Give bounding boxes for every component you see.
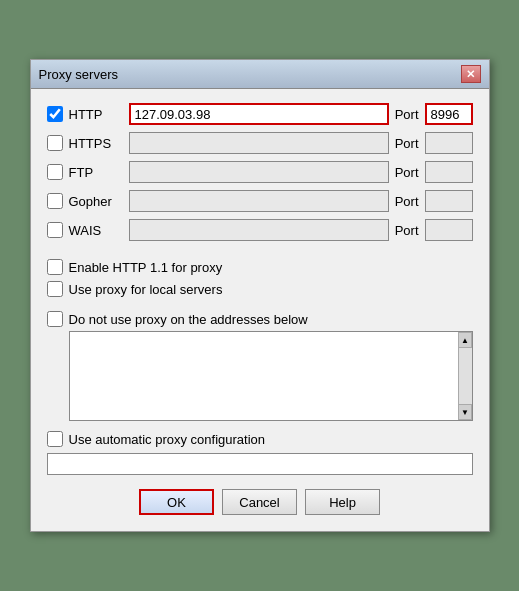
ftp-port-input[interactable] [425, 161, 473, 183]
addresses-textarea-container: ▲ ▼ [69, 331, 473, 421]
local-servers-label: Use proxy for local servers [69, 282, 223, 297]
https-port-input[interactable] [425, 132, 473, 154]
https-input[interactable] [129, 132, 389, 154]
wais-port-label: Port [389, 223, 425, 238]
https-port-label: Port [389, 136, 425, 151]
wais-row: WAIS Port [47, 219, 473, 241]
http-row: HTTP Port [47, 103, 473, 125]
gopher-checkbox[interactable] [47, 193, 63, 209]
options-section: Enable HTTP 1.1 for proxy Use proxy for … [47, 251, 473, 421]
ftp-row: FTP Port [47, 161, 473, 183]
help-button[interactable]: Help [305, 489, 380, 515]
gopher-port-input[interactable] [425, 190, 473, 212]
local-servers-row: Use proxy for local servers [47, 281, 473, 297]
title-bar: Proxy servers ✕ [31, 60, 489, 89]
https-row: HTTPS Port [47, 132, 473, 154]
do-not-use-checkbox[interactable] [47, 311, 63, 327]
https-checkbox[interactable] [47, 135, 63, 151]
scrollbar-track: ▲ ▼ [458, 332, 472, 420]
proxy-servers-dialog: Proxy servers ✕ HTTP Port HTTPS Port FTP… [30, 59, 490, 532]
close-button[interactable]: ✕ [461, 65, 481, 83]
http-port-label: Port [389, 107, 425, 122]
wais-checkbox[interactable] [47, 222, 63, 238]
scrollbar-up-button[interactable]: ▲ [458, 332, 472, 348]
https-label: HTTPS [69, 136, 129, 151]
gopher-port-label: Port [389, 194, 425, 209]
http-checkbox[interactable] [47, 106, 63, 122]
ftp-checkbox[interactable] [47, 164, 63, 180]
http-input[interactable] [129, 103, 389, 125]
http-label: HTTP [69, 107, 129, 122]
ftp-port-label: Port [389, 165, 425, 180]
cancel-button[interactable]: Cancel [222, 489, 297, 515]
auto-proxy-input[interactable] [47, 453, 473, 475]
addresses-textarea[interactable] [70, 332, 458, 420]
dialog-content: HTTP Port HTTPS Port FTP Port Gopher Por [31, 89, 489, 531]
auto-proxy-section: Use automatic proxy configuration [47, 431, 473, 475]
auto-proxy-checkbox[interactable] [47, 431, 63, 447]
wais-input[interactable] [129, 219, 389, 241]
ftp-label: FTP [69, 165, 129, 180]
dialog-title: Proxy servers [39, 67, 118, 82]
ftp-input[interactable] [129, 161, 389, 183]
gopher-label: Gopher [69, 194, 129, 209]
do-not-use-row: Do not use proxy on the addresses below [47, 311, 473, 327]
ok-button[interactable]: OK [139, 489, 214, 515]
scrollbar-down-button[interactable]: ▼ [458, 404, 472, 420]
wais-port-input[interactable] [425, 219, 473, 241]
http11-label: Enable HTTP 1.1 for proxy [69, 260, 223, 275]
http11-checkbox[interactable] [47, 259, 63, 275]
auto-proxy-label: Use automatic proxy configuration [69, 432, 266, 447]
gopher-row: Gopher Port [47, 190, 473, 212]
http11-row: Enable HTTP 1.1 for proxy [47, 259, 473, 275]
local-servers-checkbox[interactable] [47, 281, 63, 297]
auto-proxy-row: Use automatic proxy configuration [47, 431, 473, 447]
button-row: OK Cancel Help [47, 489, 473, 517]
http-port-input[interactable] [425, 103, 473, 125]
do-not-use-label: Do not use proxy on the addresses below [69, 312, 308, 327]
wais-label: WAIS [69, 223, 129, 238]
gopher-input[interactable] [129, 190, 389, 212]
